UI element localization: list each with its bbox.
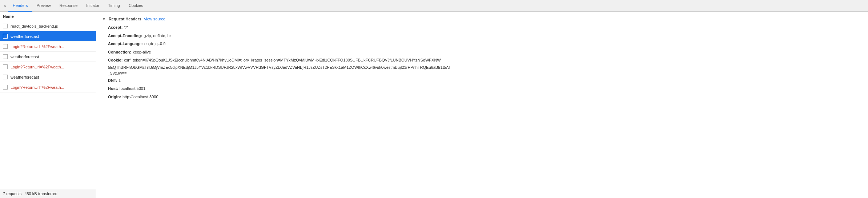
file-item-login-1[interactable]: Login?ReturnUrl=%2Fweath... [0, 41, 96, 52]
section-title: Request Headers [109, 17, 141, 21]
header-name-accept-language: Accept-Language: [108, 41, 143, 47]
file-checkbox[interactable] [3, 85, 8, 90]
header-value-cookie-line2: 5EQThBRFhObGMzTnBiMjVmZEc5clpXNEdjM1J5YV… [102, 64, 862, 71]
header-value-cookie-line3: _5VxJw== [102, 70, 862, 76]
tab-preview[interactable]: Preview [32, 0, 55, 12]
file-checkbox[interactable] [3, 34, 8, 39]
sidebar-header: Name [0, 12, 96, 21]
section-toggle-icon[interactable]: ▼ [102, 17, 106, 21]
header-value-cookie-line1: csrf_token=il749pQouK1JSxEjccnUbhmt6v4Ni… [124, 57, 441, 63]
detail-panel: ▼ Request Headers view source Accept: */… [96, 12, 868, 198]
header-value-origin: http://localhost:3000 [122, 94, 158, 100]
file-item-login-2[interactable]: Login?ReturnUrl=%2Fweath... [0, 62, 96, 72]
header-name-cookie: Cookie: [108, 57, 122, 63]
file-checkbox[interactable] [3, 24, 8, 28]
header-row-accept-encoding: Accept-Encoding: gzip, deflate, br [102, 32, 862, 40]
header-row-accept: Accept: */* [102, 23, 862, 32]
tab-initiator[interactable]: Initiator [82, 0, 104, 12]
header-name-dnt: DNT: [108, 78, 117, 84]
file-item-weatherforecast-2[interactable]: weatherforecast [0, 52, 96, 62]
sidebar-footer: 7 requests 450 kB transferred [0, 189, 96, 198]
tab-response[interactable]: Response [55, 0, 82, 12]
tab-close-button[interactable]: × [1, 0, 8, 12]
tab-timing[interactable]: Timing [104, 0, 124, 12]
header-value-host: localhost:5001 [120, 86, 145, 92]
file-name: weatherforecast [11, 55, 39, 59]
header-value-dnt: 1 [118, 78, 121, 84]
header-value-accept-language: en,de;q=0.9 [144, 41, 165, 47]
header-row-connection: Connection: keep-alive [102, 48, 862, 56]
tab-cookies[interactable]: Cookies [124, 0, 148, 12]
file-checkbox[interactable] [3, 54, 8, 59]
header-name-origin: Origin: [108, 94, 121, 100]
file-name: react_devtools_backend.js [11, 24, 58, 28]
file-name: weatherforecast [11, 34, 39, 39]
file-name: Login?ReturnUrl=%2Fweath... [11, 85, 64, 90]
header-name-connection: Connection: [108, 49, 131, 55]
header-value-accept: */* [124, 24, 128, 31]
file-item-react-devtools[interactable]: react_devtools_backend.js [0, 21, 96, 31]
header-row-cookie: Cookie: csrf_token=il749pQouK1JSxEjccnUb… [102, 56, 862, 64]
file-checkbox[interactable] [3, 44, 8, 49]
file-item-weatherforecast-1[interactable]: weatherforecast [0, 31, 96, 41]
main-area: Name react_devtools_backend.js weatherfo… [0, 12, 868, 198]
request-headers-section: ▼ Request Headers view source [102, 15, 862, 23]
header-row-origin: Origin: http://localhost:3000 [102, 93, 862, 101]
file-checkbox[interactable] [3, 75, 8, 79]
header-value-connection: keep-alive [133, 49, 151, 55]
file-name: Login?ReturnUrl=%2Fweath... [11, 44, 64, 49]
tab-headers[interactable]: Headers [8, 0, 32, 12]
header-name-host: Host: [108, 86, 118, 92]
file-name: weatherforecast [11, 75, 39, 79]
file-item-login-3[interactable]: Login?ReturnUrl=%2Fweath... [0, 82, 96, 92]
tab-bar: × Headers Preview Response Initiator Tim… [0, 0, 868, 12]
header-row-dnt: DNT: 1 [102, 76, 862, 85]
transfer-size: 450 kB transferred [24, 191, 57, 196]
header-row-accept-language: Accept-Language: en,de;q=0.9 [102, 40, 862, 48]
header-value-accept-encoding: gzip, deflate, br [144, 33, 171, 39]
header-name-accept-encoding: Accept-Encoding: [108, 33, 142, 39]
header-row-host: Host: localhost:5001 [102, 84, 862, 93]
file-checkbox[interactable] [3, 64, 8, 69]
view-source-link[interactable]: view source [144, 17, 165, 21]
request-count: 7 requests [3, 191, 21, 196]
sidebar: Name react_devtools_backend.js weatherfo… [0, 12, 96, 198]
file-item-weatherforecast-3[interactable]: weatherforecast [0, 72, 96, 82]
header-name-accept: Accept: [108, 24, 122, 31]
file-name: Login?ReturnUrl=%2Fweath... [11, 65, 64, 69]
